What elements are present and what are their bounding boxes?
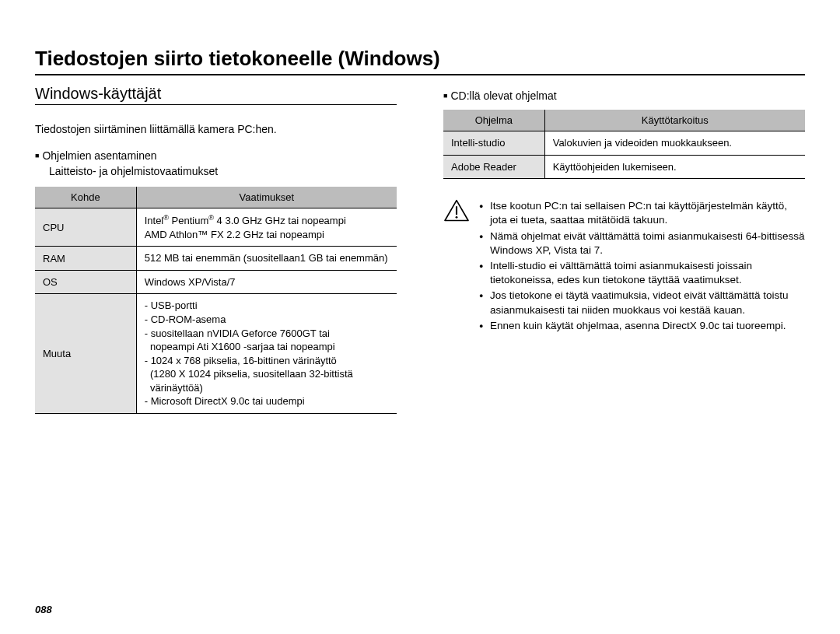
cd-val: Käyttöohjeiden lukemiseen. bbox=[544, 155, 805, 179]
table-row: Adobe ReaderKäyttöohjeiden lukemiseen. bbox=[443, 155, 805, 179]
cd-key: Adobe Reader bbox=[443, 155, 544, 179]
req-key: RAM bbox=[35, 247, 136, 271]
table-row: OSWindows XP/Vista/7 bbox=[35, 270, 397, 294]
cd-head-val: Käyttötarkoitus bbox=[544, 110, 805, 131]
warning-item: Itse kootun PC:n tai sellaisen PC:n tai … bbox=[479, 199, 805, 227]
warning-box: Itse kootun PC:n tai sellaisen PC:n tai … bbox=[443, 199, 805, 335]
cd-heading: ■CD:llä olevat ohjelmat bbox=[443, 89, 805, 102]
table-row: CPUIntel® Pentium® 4 3.0 GHz GHz tai nop… bbox=[35, 208, 397, 246]
req-key: CPU bbox=[35, 208, 136, 246]
requirements-heading: Laitteisto- ja ohjelmistovaatimukset bbox=[49, 165, 397, 177]
square-bullet-icon: ■ bbox=[35, 152, 39, 159]
warning-item: Jos tietokone ei täytä vaatimuksia, vide… bbox=[479, 289, 805, 317]
subtitle-windows-users: Windows-käyttäjät bbox=[35, 85, 397, 103]
intro-text: Tiedostojen siirtäminen liittämällä kame… bbox=[35, 122, 397, 137]
page-number: 088 bbox=[35, 604, 52, 615]
req-key: OS bbox=[35, 270, 136, 294]
subtitle-rule bbox=[35, 104, 397, 105]
cd-key: Intelli-studio bbox=[443, 131, 544, 156]
svg-point-2 bbox=[456, 216, 458, 219]
right-column: ■CD:llä olevat ohjelmat Ohjelma Käyttöta… bbox=[443, 85, 805, 414]
cd-val: Valokuvien ja videoiden muokkaukseen. bbox=[544, 131, 805, 156]
req-val: Windows XP/Vista/7 bbox=[136, 270, 397, 294]
req-head-val: Vaatimukset bbox=[136, 187, 397, 208]
title-rule bbox=[35, 74, 805, 75]
table-row: Intelli-studioValokuvien ja videoiden mu… bbox=[443, 131, 805, 156]
warning-item: Nämä ohjelmat eivät välttämättä toimi as… bbox=[479, 229, 805, 257]
square-bullet-icon: ■ bbox=[443, 92, 447, 100]
install-heading: ■Ohjelmien asentaminen bbox=[35, 149, 397, 162]
req-val: Intel® Pentium® 4 3.0 GHz GHz tai nopeam… bbox=[136, 208, 397, 246]
cd-programs-table: Ohjelma Käyttötarkoitus Intelli-studioVa… bbox=[443, 110, 805, 179]
req-head-key: Kohde bbox=[35, 187, 136, 208]
table-row: Muuta- USB-portti- CD-ROM-asema- suosite… bbox=[35, 294, 397, 413]
table-row: RAM512 MB tai enemmän (suositellaan1 GB … bbox=[35, 247, 397, 271]
page-title: Tiedostojen siirto tietokoneelle (Window… bbox=[35, 47, 805, 71]
left-column: Windows-käyttäjät Tiedostojen siirtämine… bbox=[35, 85, 397, 414]
warning-item: Ennen kuin käytät ohjelmaa, asenna Direc… bbox=[479, 319, 805, 333]
requirements-table: Kohde Vaatimukset CPUIntel® Pentium® 4 3… bbox=[35, 187, 397, 414]
warning-item: Intelli-studio ei välttämättä toimi asia… bbox=[479, 259, 805, 287]
req-val: - USB-portti- CD-ROM-asema- suositellaan… bbox=[136, 294, 397, 413]
req-val: 512 MB tai enemmän (suositellaan1 GB tai… bbox=[136, 247, 397, 271]
cd-head-key: Ohjelma bbox=[443, 110, 544, 131]
req-key: Muuta bbox=[35, 294, 136, 413]
warning-icon bbox=[443, 199, 470, 335]
warning-list: Itse kootun PC:n tai sellaisen PC:n tai … bbox=[479, 199, 805, 335]
